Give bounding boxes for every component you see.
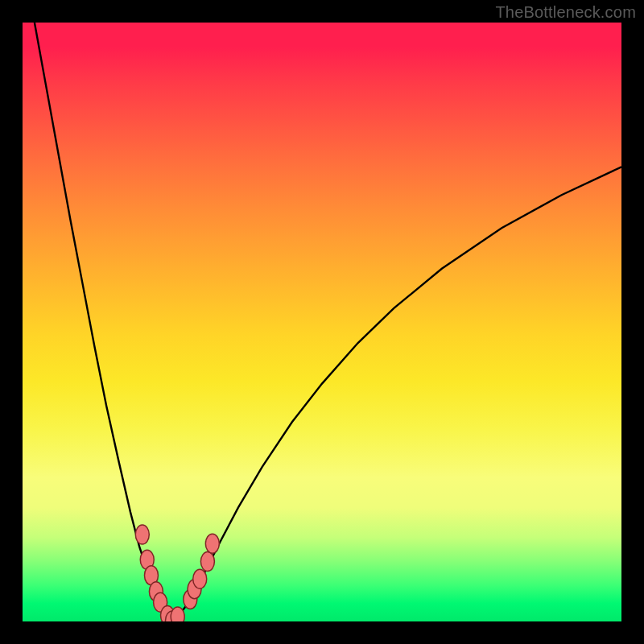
curve-svg xyxy=(23,23,621,621)
watermark-text: TheBottleneck.com xyxy=(495,3,636,22)
bead-marker xyxy=(205,534,219,553)
bead-marker xyxy=(200,552,214,572)
curve-right-branch xyxy=(173,167,621,621)
bead-marker xyxy=(171,607,184,621)
bead-marker xyxy=(193,569,207,588)
frame: TheBottleneck.com xyxy=(0,0,644,644)
bead-marker xyxy=(135,525,149,544)
curve-left-branch xyxy=(35,23,173,621)
plot-area xyxy=(23,23,621,621)
bottleneck-curve xyxy=(35,23,621,621)
bead-group xyxy=(135,525,219,621)
